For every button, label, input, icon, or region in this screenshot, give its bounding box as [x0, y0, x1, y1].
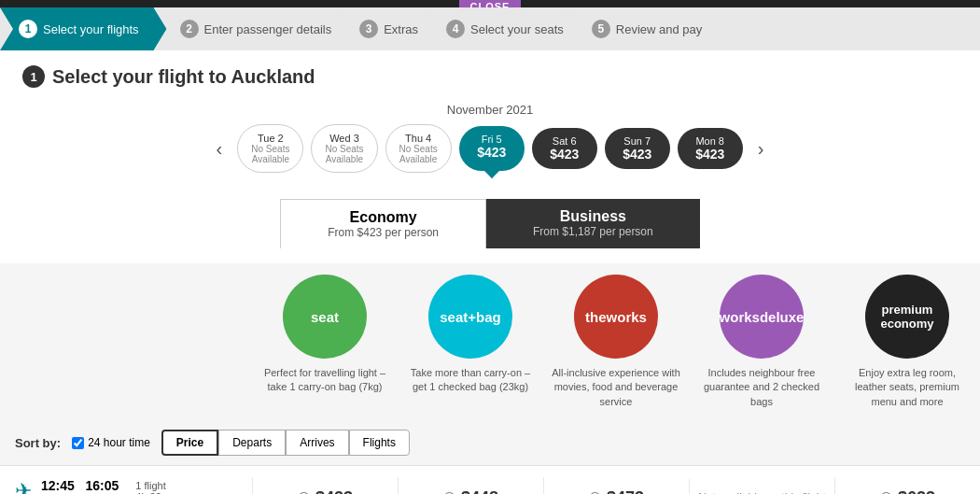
- date-sat6[interactable]: Sat 6 $423: [532, 128, 597, 169]
- fare-col-theworks: theworks All-inclusive experience with m…: [543, 263, 689, 420]
- economy-tab-sub: From $423 per person: [328, 226, 439, 239]
- flight-1-stops: 1 flight: [135, 480, 170, 491]
- flight-1-seatbag-radio[interactable]: $448: [406, 488, 536, 494]
- fare-col-worksdeluxe: worksdeluxe Includes neighbour free guar…: [689, 263, 834, 420]
- top-bar: CLOSE: [0, 0, 980, 7]
- progress-step-3[interactable]: 3 Extras: [333, 7, 433, 50]
- sort-price-button[interactable]: Price: [161, 430, 218, 456]
- date-day-label: Sun 7: [623, 135, 651, 147]
- flight-1-seatbag-price: $448: [461, 488, 498, 494]
- results-area: seat Perfect for travelling light – take…: [0, 263, 980, 494]
- flight-1-times: 12:45 16:05: [41, 478, 119, 493]
- worksdeluxe-circle: worksdeluxe: [720, 275, 804, 359]
- page-content: 1 Select your flight to Auckland Novembe…: [0, 50, 980, 263]
- progress-step-2[interactable]: 2 Enter passenger details: [154, 7, 347, 50]
- progress-bar: 1 Select your flights 2 Enter passenger …: [0, 7, 980, 50]
- flight-1-not-available: Not available on this flight: [697, 490, 827, 494]
- step-4-label: Select your seats: [470, 22, 564, 36]
- step-3-label: Extras: [384, 22, 418, 36]
- flight-1-premium-radio[interactable]: $623: [843, 488, 973, 494]
- flight-row-1: ✈ 12:45 16:05 Sat 6 1 flight 4h 20m 787-…: [0, 465, 980, 494]
- step-2-circle: 2: [180, 20, 199, 38]
- no-seats-label: No SeatsAvailable: [251, 144, 289, 164]
- sort-flights-button[interactable]: Flights: [349, 430, 410, 456]
- next-date-button[interactable]: ›: [750, 138, 772, 160]
- date-price-label: $423: [623, 147, 651, 162]
- date-thu4[interactable]: Thu 4 No SeatsAvailable: [385, 124, 452, 173]
- date-price-label: $423: [550, 147, 579, 162]
- progress-step-5[interactable]: 5 Review and pay: [566, 7, 718, 50]
- flight-1-theworks-price: $473: [607, 488, 644, 494]
- step-2-label: Enter passenger details: [204, 22, 332, 36]
- 24h-checkbox-label[interactable]: 24 hour time: [72, 436, 150, 449]
- seat-desc: Perfect for travelling light – take 1 ca…: [259, 366, 390, 395]
- date-day-label: Fri 5: [482, 134, 502, 145]
- theworks-desc: All-inclusive experience with movies, fo…: [551, 366, 681, 409]
- flight-1-seat-radio[interactable]: $423: [260, 488, 390, 494]
- economy-tab[interactable]: Economy From $423 per person: [280, 199, 486, 248]
- worksdeluxe-desc: Includes neighbour free guarantee and 2 …: [696, 366, 827, 409]
- flight-1-premium-price: $623: [898, 488, 935, 494]
- date-price-label: $423: [695, 147, 724, 162]
- page-title: 1 Select your flight to Auckland: [22, 65, 958, 88]
- theworks-circle: theworks: [574, 275, 658, 359]
- fare-col-premium: premiumeconomy Enjoy extra leg room, lea…: [834, 263, 980, 420]
- date-fri5[interactable]: Fri 5 $423: [459, 126, 525, 171]
- sort-arrives-button[interactable]: Arrives: [286, 430, 348, 456]
- fare-col-seatbag: seat+bag Take more than carry-on – get 1…: [398, 263, 543, 406]
- 24h-checkbox[interactable]: [72, 437, 84, 449]
- prev-date-button[interactable]: ‹: [209, 138, 231, 160]
- date-price-label: $423: [477, 145, 506, 160]
- step-1-label: Select your flights: [43, 22, 139, 36]
- cabin-tabs: Economy From $423 per person Business Fr…: [22, 191, 958, 248]
- flight-1-seatbag-cell[interactable]: $448: [398, 477, 543, 494]
- flight-1-worksdeluxe-cell: Not available on this flight: [689, 479, 834, 494]
- business-tab[interactable]: Business From $1,187 per person: [486, 199, 700, 248]
- business-tab-label: Business: [533, 208, 653, 225]
- airline-logo-1: ✈: [15, 479, 32, 494]
- no-seats-label: No SeatsAvailable: [399, 144, 438, 164]
- step-3-circle: 3: [359, 20, 378, 38]
- seatbag-desc: Take more than carry-on – get 1 checked …: [405, 366, 536, 395]
- date-sun7[interactable]: Sun 7 $423: [605, 128, 670, 169]
- fare-header-row: seat Perfect for travelling light – take…: [0, 263, 980, 420]
- step-5-circle: 5: [592, 20, 610, 38]
- worksdeluxe-label: worksdeluxe: [720, 309, 805, 325]
- seat-label: seat: [311, 309, 339, 325]
- sort-bar: Sort by: 24 hour time Price Departs Arri…: [0, 420, 980, 465]
- flight-1-theworks-cell[interactable]: $473: [543, 477, 689, 494]
- theworks-label: theworks: [585, 309, 647, 325]
- date-nav: ‹ Tue 2 No SeatsAvailable Wed 3 No Seats…: [22, 124, 958, 173]
- flight-1-theworks-radio[interactable]: $473: [552, 488, 681, 494]
- date-wed3[interactable]: Wed 3 No SeatsAvailable: [311, 124, 377, 173]
- flight-1-info: ✈ 12:45 16:05 Sat 6 1 flight 4h 20m 787-…: [0, 467, 252, 494]
- date-mon8[interactable]: Mon 8 $423: [678, 128, 743, 169]
- premium-label: premiumeconomy: [880, 303, 933, 331]
- premium-desc: Enjoy extra leg room, leather seats, pre…: [842, 366, 973, 409]
- economy-tab-label: Economy: [328, 209, 439, 226]
- progress-step-1[interactable]: 1 Select your flights: [0, 7, 167, 50]
- 24h-label: 24 hour time: [88, 436, 150, 449]
- page-title-icon: 1: [22, 65, 45, 88]
- step-4-circle: 4: [446, 20, 465, 38]
- date-tue2[interactable]: Tue 2 No SeatsAvailable: [237, 124, 303, 173]
- step-1-circle: 1: [19, 20, 37, 38]
- date-day-label: Wed 3: [329, 133, 359, 144]
- flight-1-seat-price: $423: [315, 488, 353, 494]
- fare-header-empty: [0, 263, 252, 286]
- sort-label: Sort by:: [15, 436, 61, 450]
- flight-1-premium-cell[interactable]: $623: [834, 477, 980, 494]
- date-section: November 2021 ‹ Tue 2 No SeatsAvailable …: [22, 103, 958, 173]
- date-day-label: Sat 6: [553, 135, 577, 147]
- no-seats-label: No SeatsAvailable: [325, 144, 363, 164]
- date-day-label: Mon 8: [695, 135, 724, 147]
- flight-1-seat-cell[interactable]: $423: [252, 477, 398, 494]
- date-day-label: Thu 4: [405, 133, 431, 144]
- premium-circle: premiumeconomy: [865, 275, 949, 359]
- sort-buttons: Price Departs Arrives Flights: [161, 430, 410, 456]
- seatbag-circle: seat+bag: [428, 275, 512, 359]
- date-day-label: Tue 2: [258, 133, 284, 144]
- seat-circle: seat: [283, 275, 367, 359]
- sort-departs-button[interactable]: Departs: [218, 430, 286, 456]
- progress-step-4[interactable]: 4 Select your seats: [420, 7, 579, 50]
